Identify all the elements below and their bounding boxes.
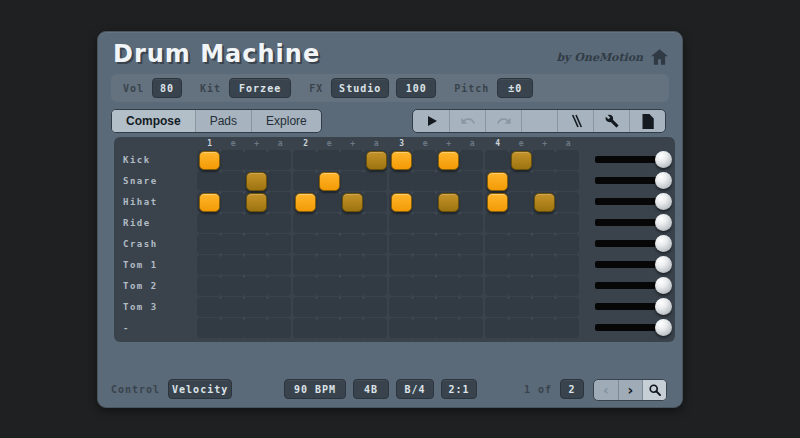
step-cell[interactable] xyxy=(556,318,580,338)
slider-track[interactable] xyxy=(595,282,659,289)
step-cell[interactable] xyxy=(532,255,556,275)
step-cell-active[interactable] xyxy=(244,171,268,191)
step-cell[interactable] xyxy=(556,192,580,212)
step-cell[interactable] xyxy=(389,213,413,233)
tab-explore[interactable]: Explore xyxy=(251,110,321,132)
slider-knob[interactable] xyxy=(655,193,672,210)
step-cell[interactable] xyxy=(221,297,245,317)
step-cell[interactable] xyxy=(244,150,268,170)
pattern-page-button[interactable] xyxy=(629,110,665,132)
step-cell[interactable] xyxy=(436,318,460,338)
row-label[interactable]: Kick xyxy=(114,155,197,165)
step-cell[interactable] xyxy=(413,297,437,317)
step-cell[interactable] xyxy=(460,192,484,212)
zoom-button[interactable] xyxy=(642,380,666,400)
step-cell[interactable] xyxy=(556,297,580,317)
step-cell[interactable] xyxy=(413,276,437,296)
step-cell-active[interactable] xyxy=(244,192,268,212)
step-cell[interactable] xyxy=(317,234,341,254)
step-cell[interactable] xyxy=(317,255,341,275)
step-cell[interactable] xyxy=(244,234,268,254)
step-cell[interactable] xyxy=(436,171,460,191)
step-cell[interactable] xyxy=(413,234,437,254)
step-cell[interactable] xyxy=(268,276,292,296)
step-cell[interactable] xyxy=(268,171,292,191)
step-cell[interactable] xyxy=(532,171,556,191)
step-cell[interactable] xyxy=(509,234,533,254)
step-cell[interactable] xyxy=(413,318,437,338)
step-cell[interactable] xyxy=(509,297,533,317)
step-cell[interactable] xyxy=(340,276,364,296)
step-cell[interactable] xyxy=(389,318,413,338)
slider-knob[interactable] xyxy=(655,151,672,168)
step-cell[interactable] xyxy=(317,192,341,212)
shuffle-lines-button[interactable] xyxy=(557,110,593,132)
step-cell[interactable] xyxy=(268,192,292,212)
row-label[interactable]: - xyxy=(114,323,197,333)
slider-knob[interactable] xyxy=(655,277,672,294)
home-button[interactable] xyxy=(650,48,668,66)
slider-track[interactable] xyxy=(595,303,659,310)
step-cell[interactable] xyxy=(317,150,341,170)
control-mode-button[interactable]: Velocity xyxy=(168,379,232,399)
slider-track[interactable] xyxy=(595,240,659,247)
step-cell[interactable] xyxy=(197,234,221,254)
step-cell[interactable] xyxy=(436,255,460,275)
row-label[interactable]: Hihat xyxy=(114,197,197,207)
step-cell[interactable] xyxy=(364,171,388,191)
bars-button[interactable]: 4B xyxy=(353,379,389,399)
step-cell[interactable] xyxy=(197,297,221,317)
step-cell[interactable] xyxy=(485,255,509,275)
step-cell[interactable] xyxy=(509,171,533,191)
step-cell-active[interactable] xyxy=(485,171,509,191)
step-cell[interactable] xyxy=(293,171,317,191)
step-cell[interactable] xyxy=(293,255,317,275)
step-cell[interactable] xyxy=(389,297,413,317)
step-cell-active[interactable] xyxy=(340,192,364,212)
undo-button[interactable] xyxy=(449,110,485,132)
step-cell[interactable] xyxy=(293,297,317,317)
step-cell[interactable] xyxy=(221,171,245,191)
step-cell[interactable] xyxy=(364,255,388,275)
step-cell[interactable] xyxy=(197,276,221,296)
step-cell[interactable] xyxy=(293,150,317,170)
step-cell[interactable] xyxy=(340,297,364,317)
step-cell[interactable] xyxy=(436,234,460,254)
step-cell[interactable] xyxy=(460,297,484,317)
redo-button[interactable] xyxy=(485,110,521,132)
step-cell[interactable] xyxy=(509,255,533,275)
step-cell[interactable] xyxy=(268,150,292,170)
step-cell-active[interactable] xyxy=(317,171,341,191)
step-cell[interactable] xyxy=(413,192,437,212)
step-cell[interactable] xyxy=(556,213,580,233)
step-cell[interactable] xyxy=(340,213,364,233)
step-cell[interactable] xyxy=(221,234,245,254)
tempo-button[interactable]: 90 BPM xyxy=(284,379,346,399)
step-cell[interactable] xyxy=(389,276,413,296)
step-cell[interactable] xyxy=(556,276,580,296)
fx-amount-box[interactable]: 100 xyxy=(396,78,436,98)
step-cell[interactable] xyxy=(364,297,388,317)
slider-track[interactable] xyxy=(595,198,659,205)
step-cell[interactable] xyxy=(221,276,245,296)
tab-compose[interactable]: Compose xyxy=(112,110,195,132)
step-cell[interactable] xyxy=(485,213,509,233)
step-cell[interactable] xyxy=(340,234,364,254)
step-cell[interactable] xyxy=(413,255,437,275)
step-cell[interactable] xyxy=(268,297,292,317)
pitch-box[interactable]: ±0 xyxy=(497,78,533,98)
prev-page-button[interactable]: ‹ xyxy=(594,380,618,400)
step-cell[interactable] xyxy=(389,234,413,254)
step-cell[interactable] xyxy=(268,318,292,338)
step-cell[interactable] xyxy=(556,234,580,254)
step-cell[interactable] xyxy=(485,150,509,170)
step-cell[interactable] xyxy=(221,213,245,233)
step-cell[interactable] xyxy=(221,192,245,212)
step-cell[interactable] xyxy=(556,150,580,170)
step-cell[interactable] xyxy=(460,276,484,296)
row-label[interactable]: Tom 2 xyxy=(114,281,197,291)
step-cell-active[interactable] xyxy=(364,150,388,170)
slider-knob[interactable] xyxy=(655,319,672,336)
slider-knob[interactable] xyxy=(655,235,672,252)
slider-knob[interactable] xyxy=(655,256,672,273)
